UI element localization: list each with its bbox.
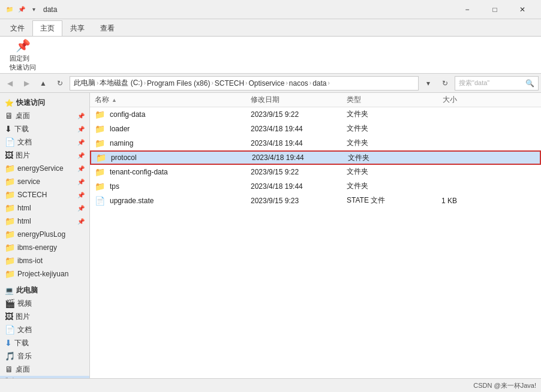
file-list: 名称 ▲ 修改日期 类型 大小 📁 config-data 2023/9/15 …: [90, 93, 541, 378]
sidebar-item-pictures[interactable]: 🖼 图片 📌: [0, 149, 89, 162]
breadcrumb-part-5[interactable]: nacos: [289, 79, 308, 88]
quick-access-header[interactable]: ⭐ 快速访问: [0, 95, 89, 109]
col-header-size[interactable]: 大小: [414, 95, 462, 105]
toolbar-pin-btn[interactable]: 📌 固定到快速访问: [5, 39, 41, 71]
col-header-date[interactable]: 修改日期: [246, 95, 342, 105]
drive-c-icon: 💾: [5, 378, 15, 378]
file-size-cell: 1 KB: [414, 197, 462, 205]
file-date-cell: 2023/9/15 9:22: [246, 168, 342, 176]
file-type-cell: 文件夹: [342, 109, 414, 119]
file-name-cell: 📁 naming: [90, 138, 246, 148]
ribbon-tabs: 文件 主页 共享 查看: [0, 19, 541, 36]
file-type-cell: STATE 文件: [342, 195, 414, 206]
sidebar-item-documents2[interactable]: 📄 文档: [0, 323, 89, 336]
file-list-header: 名称 ▲ 修改日期 类型 大小: [90, 93, 541, 107]
file-type-cell: 文件夹: [343, 153, 415, 163]
nav-refresh2-btn[interactable]: ↻: [438, 76, 452, 91]
sidebar-item-ibms-iot[interactable]: 📁 ibms-iot: [0, 254, 89, 267]
table-row[interactable]: 📄 upgrade.state 2023/9/15 9:23 STATE 文件 …: [90, 194, 541, 208]
sidebar-item-project-kejiyuan[interactable]: 📁 Project-kejiyuan: [0, 267, 89, 281]
nav-dropdown-btn[interactable]: ▾: [421, 76, 435, 91]
file-date-cell: 2023/4/18 19:44: [247, 153, 343, 162]
file-type-cell: 文件夹: [342, 167, 414, 177]
tab-share[interactable]: 共享: [62, 20, 92, 36]
sidebar-item-energyservice[interactable]: 📁 energyService 📌: [0, 162, 89, 175]
minimize-button[interactable]: −: [453, 0, 481, 19]
file-name-text: tps: [110, 182, 119, 191]
table-row[interactable]: 📁 config-data 2023/9/15 9:22 文件夹: [90, 107, 541, 122]
tab-home[interactable]: 主页: [32, 20, 62, 36]
folder-icon-energyservice: 📁: [5, 164, 15, 173]
sort-arrow: ▲: [112, 97, 117, 103]
nav-refresh-btn[interactable]: ↻: [53, 76, 67, 91]
file-type-cell: 文件夹: [342, 138, 414, 148]
address-bar: ◀ ▶ ▲ ↻ 此电脑 › 本地磁盘 (C:) › Program Files …: [0, 74, 541, 93]
sidebar-item-music[interactable]: 🎵 音乐: [0, 349, 89, 363]
sidebar-item-service[interactable]: 📁 service 📌: [0, 175, 89, 188]
breadcrumb-part-1[interactable]: 本地磁盘 (C:): [100, 78, 142, 88]
table-row[interactable]: 📁 tps 2023/4/18 19:44 文件夹: [90, 179, 541, 194]
title-bar: 📁 📌 ▾ data − □ ✕: [0, 0, 541, 19]
sidebar-item-videos[interactable]: 🎬 视频: [0, 297, 89, 310]
search-bar[interactable]: 搜索"data" 🔍: [455, 76, 539, 91]
sidebar-item-html2[interactable]: 📁 html 📌: [0, 215, 89, 228]
col-header-name[interactable]: 名称 ▲: [90, 95, 246, 105]
nav-forward-btn[interactable]: ▶: [19, 76, 34, 91]
sidebar-item-drive-c[interactable]: 💾 本地磁盘 (C:): [0, 376, 89, 378]
file-type-cell: 文件夹: [342, 123, 414, 134]
sidebar-item-downloads[interactable]: ⬇ 下载 📌: [0, 122, 89, 135]
quick-access-icon: ⭐: [5, 99, 14, 107]
file-rows-container: 📁 config-data 2023/9/15 9:22 文件夹 📁 loade…: [90, 107, 541, 208]
file-type-cell: 文件夹: [342, 181, 414, 191]
down-icon: ▾: [29, 5, 38, 14]
file-name-cell: 📁 protocol: [91, 153, 247, 162]
search-icon[interactable]: 🔍: [525, 79, 534, 88]
file-name-cell: 📁 tenant-config-data: [90, 167, 246, 177]
sidebar-item-desktop2[interactable]: 🖥 桌面: [0, 363, 89, 376]
title-bar-controls: − □ ✕: [453, 0, 536, 19]
file-name-text: loader: [110, 125, 130, 133]
documents2-icon: 📄: [5, 325, 15, 334]
sidebar-item-sctech[interactable]: 📁 SCTECH 📌: [0, 188, 89, 201]
breadcrumb-part-4[interactable]: Optiservice: [248, 79, 284, 88]
maximize-button[interactable]: □: [481, 0, 509, 19]
title-bar-icons: 📁 📌 ▾: [5, 5, 38, 14]
nav-up-btn[interactable]: ▲: [36, 76, 50, 91]
sidebar-item-desktop[interactable]: 🖥 桌面 📌: [0, 109, 89, 122]
pictures2-icon: 🖼: [5, 312, 13, 321]
sidebar-item-ibms-energy[interactable]: 📁 ibms-energy: [0, 241, 89, 254]
breadcrumb-part-3[interactable]: SCTECH: [215, 79, 244, 88]
desktop2-icon: 🖥: [5, 364, 13, 374]
close-button[interactable]: ✕: [509, 0, 536, 19]
music-icon: 🎵: [5, 351, 15, 361]
downloads2-icon: ⬇: [5, 338, 12, 348]
folder-icon-html2: 📁: [5, 216, 15, 226]
folder-icon: 📁: [95, 110, 105, 119]
breadcrumb-part-6[interactable]: data: [312, 79, 326, 88]
nav-back-btn[interactable]: ◀: [2, 76, 17, 91]
tab-view[interactable]: 查看: [92, 20, 122, 36]
downloads-icon: ⬇: [5, 124, 12, 134]
breadcrumb-part-2[interactable]: Program Files (x86): [147, 79, 210, 88]
sidebar-item-energypluslog[interactable]: 📁 energyPlusLog: [0, 228, 89, 241]
breadcrumb[interactable]: 此电脑 › 本地磁盘 (C:) › Program Files (x86) › …: [70, 76, 419, 91]
sidebar-item-downloads2[interactable]: ⬇ 下载: [0, 336, 89, 349]
table-row[interactable]: 📁 tenant-config-data 2023/9/15 9:22 文件夹: [90, 165, 541, 179]
thispc-header[interactable]: 💻 此电脑: [0, 283, 89, 297]
table-row[interactable]: 📁 naming 2023/4/18 19:44 文件夹: [90, 136, 541, 150]
sidebar-item-documents[interactable]: 📄 文档 📌: [0, 135, 89, 149]
breadcrumb-part-0[interactable]: 此电脑: [74, 78, 95, 88]
table-row[interactable]: 📁 protocol 2023/4/18 19:44 文件夹: [90, 150, 541, 165]
folder-icon-project-kejiyuan: 📁: [5, 269, 15, 279]
sidebar-item-html1[interactable]: 📁 html 📌: [0, 201, 89, 215]
folder-icon: 📁: [95, 138, 105, 148]
desktop-icon: 🖥: [5, 111, 13, 120]
table-row[interactable]: 📁 loader 2023/4/18 19:44 文件夹: [90, 122, 541, 136]
file-name-cell: 📄 upgrade.state: [90, 196, 246, 206]
sidebar-item-pictures2[interactable]: 🖼 图片: [0, 310, 89, 323]
col-header-type[interactable]: 类型: [342, 95, 414, 105]
tab-file[interactable]: 文件: [2, 20, 32, 36]
pin-icon: 📌: [16, 38, 31, 53]
ribbon: 文件 主页 共享 查看: [0, 19, 541, 37]
folder-icon: 📁: [95, 182, 105, 191]
